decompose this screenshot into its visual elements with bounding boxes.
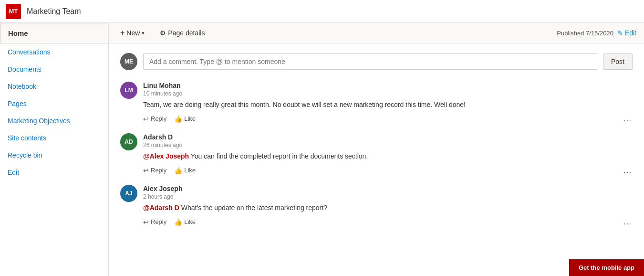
like-button-linu[interactable]: 👍 Like [174,115,196,123]
comment-time-adarsh: 26 minutes ago [143,142,633,149]
sidebar-item-edit[interactable]: Edit [0,164,108,181]
comment-adarsh: AD Adarsh D 26 minutes ago @Alex Joseph … [120,133,633,175]
comment-actions-alex: ↩ Reply 👍 Like … [143,217,633,227]
comment-author-alex: Alex Joseph [143,185,633,192]
like-icon-adarsh: 👍 [174,167,182,174]
pencil-icon: ✎ [617,29,623,37]
new-button[interactable]: + New ▾ [116,27,148,39]
mobile-app-banner[interactable]: Get the mobile app [569,259,644,276]
comment-linu: LM Linu Mohan 10 minutes ago Team, we ar… [120,82,633,124]
sidebar-item-conversations[interactable]: Conversations [0,43,108,61]
sidebar-item-recycle-bin[interactable]: Recycle bin [0,147,108,164]
like-button-alex[interactable]: 👍 Like [174,218,196,226]
reply-button-linu[interactable]: ↩ Reply [143,115,166,123]
comment-time-alex: 2 hours ago [143,193,633,200]
comment-actions-linu: ↩ Reply 👍 Like … [143,114,633,124]
page-details-button[interactable]: ⚙ Page details [156,27,208,39]
topbar-title: Marketing Team [27,7,81,16]
comment-body-adarsh: Adarsh D 26 minutes ago @Alex Joseph You… [143,133,633,175]
comment-actions-adarsh: ↩ Reply 👍 Like … [143,165,633,175]
more-button-alex[interactable]: … [623,217,633,227]
more-button-linu[interactable]: … [623,114,633,124]
comment-text-linu: Team, we are doing really great this mon… [143,100,633,110]
comment-text-alex: @Adarsh D What's the update on the lates… [143,203,633,213]
new-label: New [126,29,140,37]
like-button-adarsh[interactable]: 👍 Like [174,167,196,174]
comment-author-linu: Linu Mohan [143,82,633,89]
sidebar-item-home[interactable]: Home [0,23,108,43]
main-layout: Home Conversations Documents Notebook Pa… [0,23,644,276]
chevron-down-icon: ▾ [142,30,145,36]
plus-icon: + [120,29,125,37]
sidebar-item-site-contents[interactable]: Site contents [0,129,108,147]
site-logo: MT [6,4,21,19]
sidebar-item-notebook[interactable]: Notebook [0,78,108,95]
more-button-adarsh[interactable]: … [623,165,633,175]
mention-alex: @Alex Joseph [143,152,189,160]
comment-body-alex: Alex Joseph 2 hours ago @Adarsh D What's… [143,185,633,227]
comment-time-linu: 10 minutes ago [143,90,633,97]
sidebar-item-pages[interactable]: Pages [0,95,108,112]
toolbar-left: + New ▾ ⚙ Page details [116,27,549,39]
topbar: MT Marketing Team [0,0,644,23]
main-content: + New ▾ ⚙ Page details Published 7/15/20… [109,23,644,276]
like-icon-linu: 👍 [174,115,182,123]
current-user-avatar: ME [120,53,137,70]
edit-button[interactable]: ✎ Edit [617,29,636,37]
mobile-app-label: Get the mobile app [579,264,634,271]
mention-adarsh: @Adarsh D [143,204,179,212]
toolbar-right: Published 7/15/2020 ✎ Edit [557,29,636,37]
gear-icon: ⚙ [160,29,166,37]
comment-input-row: ME Post [120,53,633,70]
reply-icon-alex: ↩ [143,218,149,226]
page-details-label: Page details [168,29,205,37]
avatar-adarsh: AD [120,133,137,150]
comments-area: ME Post LM Linu Mohan 10 minutes ago Tea… [109,43,644,276]
edit-label: Edit [625,29,636,37]
comment-input[interactable] [143,53,597,70]
like-icon-alex: 👍 [174,218,182,226]
sidebar-item-marketing-objectives[interactable]: Marketing Objectives [0,112,108,129]
published-date: Published 7/15/2020 [557,30,613,37]
reply-icon-linu: ↩ [143,115,149,123]
reply-button-adarsh[interactable]: ↩ Reply [143,167,166,174]
reply-button-alex[interactable]: ↩ Reply [143,218,166,226]
avatar-alex: AJ [120,185,137,202]
post-button[interactable]: Post [603,53,633,70]
avatar-linu: LM [120,82,137,99]
comment-alex: AJ Alex Joseph 2 hours ago @Adarsh D Wha… [120,185,633,227]
comment-author-adarsh: Adarsh D [143,133,633,141]
comment-text-adarsh: @Alex Joseph You can find the completed … [143,151,633,161]
sidebar: Home Conversations Documents Notebook Pa… [0,23,109,276]
toolbar: + New ▾ ⚙ Page details Published 7/15/20… [109,23,644,43]
reply-icon-adarsh: ↩ [143,167,149,174]
comment-body-linu: Linu Mohan 10 minutes ago Team, we are d… [143,82,633,124]
sidebar-item-documents[interactable]: Documents [0,61,108,78]
